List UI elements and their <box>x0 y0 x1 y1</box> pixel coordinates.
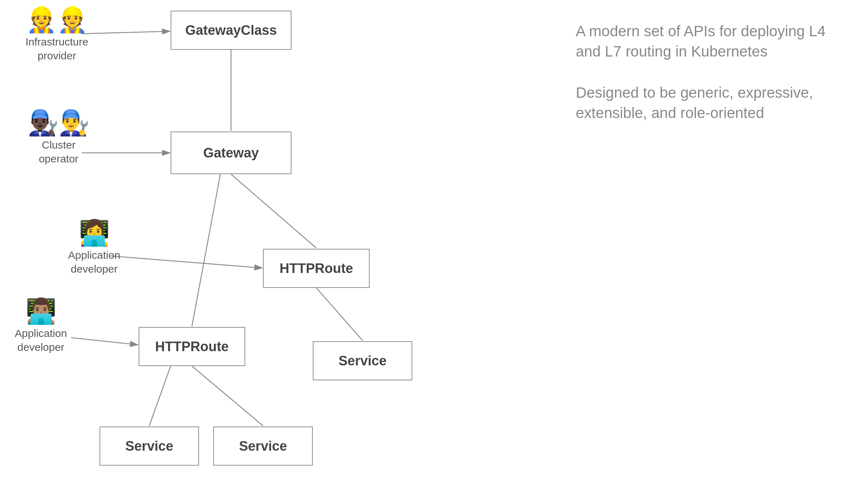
svg-line-8 <box>316 288 363 341</box>
appdev1-label: Application developer <box>60 248 128 276</box>
httproute-bottom-box: HTTPRoute <box>139 327 245 366</box>
service-left-label: Service <box>125 439 173 454</box>
cluster-label: Cluster operator <box>21 138 96 166</box>
info-area: A modern set of APIs for deploying L4 an… <box>576 21 842 145</box>
infra-emoji: 👷👷 <box>26 7 88 32</box>
service-right-label: Service <box>338 353 386 369</box>
service-center-label: Service <box>239 439 287 454</box>
gatewayclass-box: GatewayClass <box>171 11 291 50</box>
cluster-emoji: 👨🏿‍🔧👨‍🔧 <box>28 110 90 135</box>
infra-label: Infrastructure provider <box>21 35 92 63</box>
appdev1-person: 👩‍💻 Application developer <box>60 220 128 276</box>
infra-provider-person: 👷👷 Infrastructure provider <box>21 7 92 63</box>
diagram-area: GatewayClass Gateway HTTPRoute HTTPRoute… <box>0 0 569 504</box>
svg-line-4 <box>71 338 138 345</box>
gatewayclass-label: GatewayClass <box>185 23 277 38</box>
svg-line-1 <box>82 31 170 34</box>
appdev2-emoji: 👨🏽‍💻 <box>26 299 57 323</box>
httproute-top-label: HTTPRoute <box>280 261 353 276</box>
gateway-box: Gateway <box>171 132 291 174</box>
httproute-bottom-label: HTTPRoute <box>155 339 229 354</box>
appdev2-label: Application developer <box>7 326 75 354</box>
svg-line-3 <box>110 256 262 268</box>
service-right-box: Service <box>313 341 412 380</box>
cluster-operator-person: 👨🏿‍🔧👨‍🔧 Cluster operator <box>21 110 96 166</box>
appdev2-person: 👨🏽‍💻 Application developer <box>7 299 75 354</box>
service-left-box: Service <box>100 427 199 466</box>
info-text-2: Designed to be generic, expressive, exte… <box>576 83 842 123</box>
httproute-top-box: HTTPRoute <box>263 249 370 288</box>
svg-line-9 <box>149 366 171 426</box>
appdev1-emoji: 👩‍💻 <box>79 220 110 245</box>
info-text-1: A modern set of APIs for deploying L4 an… <box>576 21 842 61</box>
svg-line-10 <box>192 366 263 426</box>
service-center-box: Service <box>213 427 313 466</box>
gateway-label: Gateway <box>203 145 259 161</box>
svg-line-6 <box>231 174 316 248</box>
svg-line-7 <box>192 174 220 326</box>
